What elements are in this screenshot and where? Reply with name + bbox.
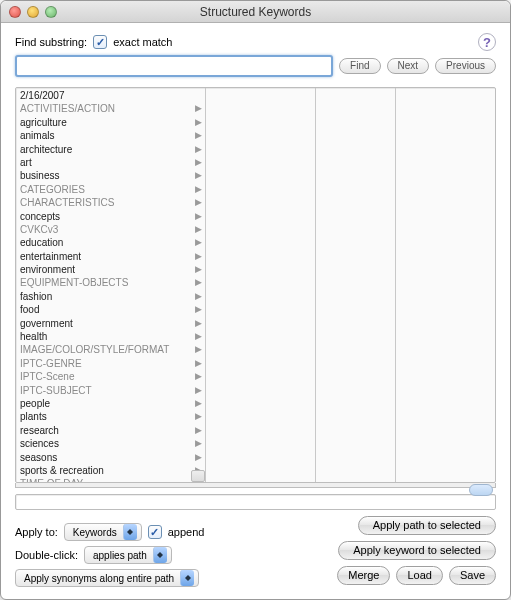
list-item-label: IPTC-SUBJECT bbox=[20, 384, 92, 397]
column-2[interactable] bbox=[316, 88, 396, 482]
list-item[interactable]: sports & recreation▶ bbox=[16, 464, 205, 477]
apply-to-select[interactable]: Keywords bbox=[64, 523, 142, 541]
chevron-right-icon: ▶ bbox=[195, 236, 202, 249]
list-item-label: government bbox=[20, 317, 73, 330]
content: Find substring: ✓ exact match ? Find Nex… bbox=[1, 23, 510, 600]
path-text-box[interactable] bbox=[15, 494, 496, 510]
list-item[interactable]: business▶ bbox=[16, 169, 205, 182]
list-item-label: seasons bbox=[20, 451, 57, 464]
exact-match-checkbox[interactable]: ✓ bbox=[93, 35, 107, 49]
list-item[interactable]: people▶ bbox=[16, 397, 205, 410]
list-item-label: plants bbox=[20, 410, 47, 423]
list-item[interactable]: art▶ bbox=[16, 156, 205, 169]
column-0[interactable]: 2/16/2007ACTIVITIES/ACTION▶agriculture▶a… bbox=[16, 88, 206, 482]
list-item-label: entertainment bbox=[20, 250, 81, 263]
list-item[interactable]: CVKCv3▶ bbox=[16, 223, 205, 236]
chevron-right-icon: ▶ bbox=[195, 223, 202, 236]
save-button[interactable]: Save bbox=[449, 566, 496, 585]
search-input[interactable] bbox=[15, 55, 333, 77]
list-item[interactable]: plants▶ bbox=[16, 410, 205, 423]
list-item[interactable]: IPTC-SUBJECT▶ bbox=[16, 384, 205, 397]
double-click-value: applies path bbox=[93, 550, 147, 561]
list-item[interactable]: EQUIPMENT-OBJECTS▶ bbox=[16, 276, 205, 289]
help-button[interactable]: ? bbox=[478, 33, 496, 51]
list-item-label: animals bbox=[20, 129, 54, 142]
chevron-right-icon: ▶ bbox=[195, 169, 202, 182]
window: Structured Keywords Find substring: ✓ ex… bbox=[0, 0, 511, 600]
find-row: Find substring: ✓ exact match ? bbox=[15, 33, 496, 51]
chevron-right-icon: ▶ bbox=[195, 196, 202, 209]
previous-button[interactable]: Previous bbox=[435, 58, 496, 74]
chevron-right-icon: ▶ bbox=[195, 276, 202, 289]
list-item[interactable]: research▶ bbox=[16, 424, 205, 437]
chevron-right-icon: ▶ bbox=[195, 156, 202, 169]
list-item[interactable]: animals▶ bbox=[16, 129, 205, 142]
list-item[interactable]: education▶ bbox=[16, 236, 205, 249]
list-item-label: CATEGORIES bbox=[20, 183, 85, 196]
list-item[interactable]: environment▶ bbox=[16, 263, 205, 276]
chevron-right-icon: ▶ bbox=[195, 129, 202, 142]
list-item[interactable]: IPTC-GENRE▶ bbox=[16, 357, 205, 370]
list-item-label: CHARACTERISTICS bbox=[20, 196, 114, 209]
apply-keyword-button[interactable]: Apply keyword to selected bbox=[338, 541, 496, 560]
list-item-label: sciences bbox=[20, 437, 59, 450]
list-item[interactable]: CATEGORIES▶ bbox=[16, 183, 205, 196]
column-browser: 2/16/2007ACTIVITIES/ACTION▶agriculture▶a… bbox=[15, 87, 496, 483]
next-button[interactable]: Next bbox=[387, 58, 430, 74]
chevron-right-icon: ▶ bbox=[195, 210, 202, 223]
chevron-right-icon: ▶ bbox=[195, 437, 202, 450]
apply-to-label: Apply to: bbox=[15, 526, 58, 538]
list-item[interactable]: ACTIVITIES/ACTION▶ bbox=[16, 102, 205, 115]
exact-match-label: exact match bbox=[113, 36, 172, 48]
keyword-list[interactable]: 2/16/2007ACTIVITIES/ACTION▶agriculture▶a… bbox=[16, 88, 205, 482]
list-item-label: architecture bbox=[20, 143, 72, 156]
chevron-right-icon: ▶ bbox=[195, 303, 202, 316]
chevron-right-icon: ▶ bbox=[195, 250, 202, 263]
list-item[interactable]: concepts▶ bbox=[16, 210, 205, 223]
list-item[interactable]: seasons▶ bbox=[16, 451, 205, 464]
list-item-label: EQUIPMENT-OBJECTS bbox=[20, 276, 128, 289]
column-1[interactable] bbox=[206, 88, 316, 482]
find-button[interactable]: Find bbox=[339, 58, 380, 74]
chevron-right-icon: ▶ bbox=[195, 370, 202, 383]
list-item[interactable]: entertainment▶ bbox=[16, 250, 205, 263]
list-item-label: food bbox=[20, 303, 39, 316]
chevron-right-icon: ▶ bbox=[195, 102, 202, 115]
append-label: append bbox=[168, 526, 205, 538]
list-item[interactable]: sciences▶ bbox=[16, 437, 205, 450]
list-item[interactable]: government▶ bbox=[16, 317, 205, 330]
list-item[interactable]: IPTC-Scene▶ bbox=[16, 370, 205, 383]
merge-button[interactable]: Merge bbox=[337, 566, 390, 585]
list-item[interactable]: 2/16/2007 bbox=[16, 89, 205, 102]
column-3[interactable] bbox=[396, 88, 495, 482]
list-item-label: agriculture bbox=[20, 116, 67, 129]
list-item-label: IPTC-GENRE bbox=[20, 357, 82, 370]
popup-arrows-icon bbox=[153, 547, 167, 563]
apply-to-value: Keywords bbox=[73, 527, 117, 538]
titlebar: Structured Keywords bbox=[1, 1, 510, 23]
list-item-label: concepts bbox=[20, 210, 60, 223]
list-item[interactable]: CHARACTERISTICS▶ bbox=[16, 196, 205, 209]
list-item[interactable]: TIME OF DAY▶ bbox=[16, 477, 205, 482]
apply-path-button[interactable]: Apply path to selected bbox=[358, 516, 496, 535]
append-checkbox[interactable]: ✓ bbox=[148, 525, 162, 539]
chevron-right-icon: ▶ bbox=[195, 330, 202, 343]
column-scroll-indicator[interactable] bbox=[191, 470, 205, 482]
double-click-select[interactable]: applies path bbox=[84, 546, 172, 564]
chevron-right-icon: ▶ bbox=[195, 290, 202, 303]
synonyms-select[interactable]: Apply synonyms along entire path bbox=[15, 569, 199, 587]
list-item[interactable]: health▶ bbox=[16, 330, 205, 343]
list-item[interactable]: agriculture▶ bbox=[16, 116, 205, 129]
list-item[interactable]: IMAGE/COLOR/STYLE/FORMAT▶ bbox=[16, 343, 205, 356]
list-item-label: health bbox=[20, 330, 47, 343]
synonyms-value: Apply synonyms along entire path bbox=[24, 573, 174, 584]
horizontal-scrollbar[interactable] bbox=[15, 483, 496, 488]
list-item[interactable]: food▶ bbox=[16, 303, 205, 316]
list-item[interactable]: fashion▶ bbox=[16, 290, 205, 303]
load-button[interactable]: Load bbox=[396, 566, 442, 585]
horizontal-scrollbar-thumb[interactable] bbox=[469, 484, 493, 496]
list-item-label: people bbox=[20, 397, 50, 410]
list-item-label: CVKCv3 bbox=[20, 223, 58, 236]
list-item[interactable]: architecture▶ bbox=[16, 143, 205, 156]
list-item-label: IMAGE/COLOR/STYLE/FORMAT bbox=[20, 343, 169, 356]
